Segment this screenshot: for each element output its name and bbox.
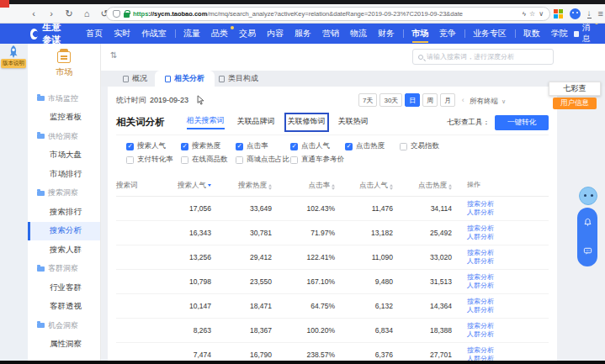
search-analysis-link[interactable]: 搜索分析 <box>467 200 549 209</box>
nav-item-service[interactable]: 服务 <box>289 24 317 44</box>
nav-item-competition[interactable]: 竞争 <box>434 24 462 44</box>
search-analysis-link[interactable]: 搜索分析 <box>467 346 549 356</box>
forward-icon[interactable]: › <box>46 8 56 18</box>
search-analysis-link[interactable]: 搜索分析 <box>467 322 549 331</box>
sidebar-item-search-analysis[interactable]: 搜索分析 <box>28 222 100 241</box>
nav-item-category[interactable]: 品类 <box>206 24 234 44</box>
nav-item-academy[interactable]: 学院 <box>546 24 574 44</box>
crowd-analysis-link[interactable]: 人群分析 <box>467 257 549 266</box>
sidebar-item-monitor-board[interactable]: 监控看板 <box>28 108 100 128</box>
nav-item-warroom[interactable]: 作战室 <box>136 24 172 44</box>
nav-item-realtime[interactable]: 实时 <box>109 24 136 44</box>
filter-mall-click-share[interactable]: 商城点击占比 <box>236 155 290 165</box>
search-analysis-link[interactable]: 搜索分析 <box>467 273 549 282</box>
range-7d-button[interactable]: 7天 <box>358 93 377 107</box>
tab-category-composition[interactable]: 类目构成 <box>209 71 268 87</box>
col-click-rate[interactable]: 点击率 <box>272 181 335 191</box>
menu-icon[interactable]: ≡ <box>598 8 603 18</box>
sidebar-item-crowd-perspective[interactable]: 客群透视 <box>28 298 100 317</box>
crowd-analysis-link[interactable]: 人群分析 <box>467 330 549 340</box>
crowd-analysis-link[interactable]: 人群分析 <box>467 208 549 218</box>
search-analysis-link[interactable]: 搜索分析 <box>467 249 549 258</box>
chevron-down-icon[interactable]: ∨ <box>539 10 544 18</box>
crowd-analysis-link[interactable]: 人群分析 <box>467 233 549 242</box>
bell-icon[interactable] <box>583 215 592 230</box>
qicai-panel-button[interactable]: 七彩查 <box>549 82 601 96</box>
nav-item-content[interactable]: 内容 <box>262 24 289 44</box>
col-search-heat[interactable]: 搜索热度 <box>211 181 272 191</box>
range-30d-button[interactable]: 30天 <box>379 93 402 107</box>
tab-related-analysis[interactable]: 相关分析 <box>155 71 215 87</box>
col-click-popularity[interactable]: 点击人气 <box>335 181 393 191</box>
download-icon[interactable]: ↓ <box>587 9 592 18</box>
sidebar-group-market-monitor[interactable]: 市场监控 <box>28 89 100 108</box>
sidebar-item-search-crowd[interactable]: 搜索人群 <box>28 240 100 260</box>
nav-item-trade[interactable]: 交易 <box>234 24 262 44</box>
nav-item-marketing[interactable]: 营销 <box>317 24 345 44</box>
star-icon[interactable]: ☆ <box>529 10 535 18</box>
nav-user-messages[interactable]: 消息 <box>574 23 593 45</box>
sidebar-item-market-overview[interactable]: 市场大盘 <box>28 146 100 166</box>
col-search-popularity[interactable]: 搜索人气 <box>165 181 211 191</box>
shield-icon[interactable] <box>113 10 120 18</box>
version-badge[interactable]: 版本说明 <box>1 59 26 68</box>
sidebar-group-supply-insight[interactable]: 供给洞察 <box>28 127 100 146</box>
subtab-modifier-words[interactable]: 关联修饰词 <box>288 116 326 129</box>
crowd-analysis-link[interactable]: 人群分析 <box>467 282 549 291</box>
prev-date-icon[interactable]: ‹ <box>458 96 468 104</box>
nav-item-bizzone[interactable]: 业务专区 <box>468 24 512 44</box>
range-week-button[interactable]: 周 <box>422 93 438 107</box>
col-click-heat[interactable]: 点击热度 <box>393 181 452 191</box>
filter-click-rate[interactable]: 点击率 <box>236 141 290 151</box>
nav-item-market[interactable]: 市场 <box>406 24 434 44</box>
lightning-icon[interactable]: ϟ <box>523 10 526 18</box>
filter-online-items[interactable]: 在线商品数 <box>181 155 236 165</box>
subtab-hot-words[interactable]: 关联热词 <box>338 116 369 129</box>
subtab-brand-words[interactable]: 关联品牌词 <box>237 116 275 129</box>
subtab-related-search-words[interactable]: 相关搜索词 <box>187 115 225 129</box>
crowd-analysis-link[interactable]: 人群分析 <box>467 306 549 315</box>
filter-search-popularity[interactable]: 搜索人气 <box>126 141 181 151</box>
filter-search-heat[interactable]: 搜索热度 <box>181 141 236 151</box>
url-text[interactable]: https://sycm.taobao.com/mc/mq/search_ana… <box>133 10 519 18</box>
one-click-convert-button[interactable]: 一键转化 <box>495 115 549 130</box>
nav-item-logistics[interactable]: 物流 <box>345 24 373 44</box>
search-input[interactable] <box>427 53 548 61</box>
crowd-analysis-link[interactable]: 人群分析 <box>467 355 549 361</box>
sidebar-group-opportunity-insight[interactable]: 机会洞察 <box>28 316 100 335</box>
range-day-button[interactable]: 日 <box>405 93 420 107</box>
sidebar-group-crowd-insight[interactable]: 客群洞察 <box>28 260 100 279</box>
address-bar[interactable]: https://sycm.taobao.com/mc/mq/search_ana… <box>106 7 550 21</box>
sidebar-item-industry-crowd[interactable]: 行业客群 <box>28 278 100 298</box>
filter-pay-conversion[interactable]: 支付转化率 <box>126 155 181 165</box>
keyword-search-box[interactable] <box>412 49 554 65</box>
nav-item-home[interactable]: 首页 <box>81 24 109 44</box>
collapse-icon[interactable]: ⇅ <box>110 50 117 61</box>
filter-click-popularity[interactable]: 点击人气 <box>290 141 345 151</box>
back-icon[interactable]: ‹ <box>29 8 39 18</box>
app-logo[interactable]: 生意参谋 <box>30 21 69 46</box>
mascot-icon[interactable] <box>579 187 597 205</box>
home-icon[interactable]: ⌂ <box>82 8 92 18</box>
stat-date[interactable]: 2019-09-23 <box>150 96 188 104</box>
filter-ztc-price[interactable]: 直通车参考价 <box>290 155 344 165</box>
user-info-badge[interactable]: 用户信息 <box>553 98 597 109</box>
nav-item-data[interactable]: 取数 <box>518 24 546 44</box>
filter-trade-index[interactable]: 交易指数 <box>400 141 439 151</box>
nav-item-finance[interactable]: 财务 <box>373 24 401 44</box>
sidebar-item-market-ranking[interactable]: 市场排行 <box>28 165 100 184</box>
chat-icon[interactable] <box>583 244 592 259</box>
tab-overview[interactable]: 概况 <box>113 71 157 87</box>
range-month-button[interactable]: 月 <box>440 93 455 107</box>
filter-click-heat[interactable]: 点击热度 <box>345 141 400 151</box>
sidebar-item-search-ranking[interactable]: 搜索排行 <box>28 203 100 222</box>
search-analysis-link[interactable]: 搜索分析 <box>467 298 549 307</box>
extension-bot-icon[interactable] <box>570 8 581 19</box>
extensions-grid-icon[interactable] <box>554 9 563 18</box>
reload-icon[interactable]: ↻ <box>64 8 74 19</box>
sidebar-group-search-insight[interactable]: 搜索洞察 <box>28 184 100 203</box>
nav-item-traffic[interactable]: 流量 <box>178 24 206 44</box>
terminal-dropdown[interactable]: 所有终端 ∨ <box>470 97 506 107</box>
search-analysis-link[interactable]: 搜索分析 <box>467 224 549 234</box>
sidebar-item-attribute-insight[interactable]: 属性洞察 <box>28 335 100 355</box>
